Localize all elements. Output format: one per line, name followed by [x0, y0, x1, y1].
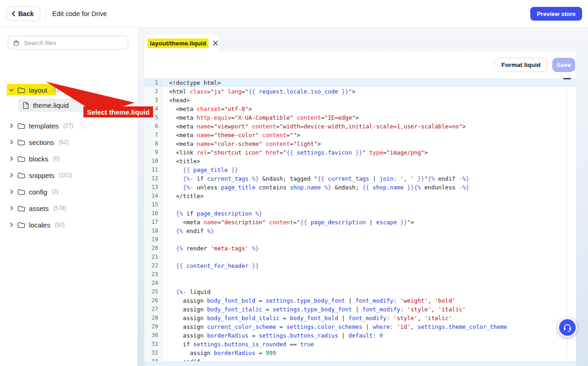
folder-icon	[17, 222, 25, 228]
page: Back Edit code for Drive Preview store	[0, 0, 588, 366]
chevron-right-icon[interactable]	[9, 140, 14, 144]
file-icon	[23, 102, 29, 109]
folder-count: (102)	[59, 172, 72, 178]
folder-count: (0)	[53, 155, 60, 162]
tab-label: layout/theme.liquid	[148, 39, 209, 48]
file-label: theme.liquid	[33, 102, 102, 109]
vertical-scrollbar-thumb[interactable]	[563, 78, 571, 79]
code-editor[interactable]: 1234567891011121314151617181920212223242…	[144, 78, 576, 366]
code-lines[interactable]: <!doctype html><html class="js" lang="{{…	[163, 78, 576, 366]
folder-label: blocks	[29, 155, 49, 163]
rename-icon[interactable]	[106, 102, 113, 109]
code-editor-panel: Format liquid Save 123456789101112131415…	[144, 51, 576, 366]
save-button[interactable]: Save	[552, 58, 575, 72]
folder-icon	[17, 87, 25, 94]
sidebar-folder-blocks[interactable]: blocks (0)	[0, 153, 137, 164]
chevron-right-icon[interactable]	[9, 173, 14, 177]
help-button[interactable]	[558, 318, 577, 337]
gutter: 1234567891011121314151617181920212223242…	[144, 78, 163, 366]
close-tab-icon[interactable]	[213, 40, 218, 46]
tab-layout-theme-liquid[interactable]: layout/theme.liquid	[144, 34, 219, 52]
chevron-right-icon[interactable]	[9, 156, 14, 161]
sidebar: layout (1) theme.liquid	[0, 28, 137, 366]
folder-label: layout	[29, 86, 47, 94]
folder-icon	[17, 205, 25, 212]
folder-icon	[17, 139, 25, 146]
back-button[interactable]: Back	[6, 6, 40, 21]
folder-label: sections	[29, 139, 54, 146]
folder-label: templates	[29, 122, 59, 130]
folder-label: config	[29, 188, 47, 196]
search-input[interactable]	[24, 39, 123, 46]
chevron-left-icon	[11, 11, 16, 17]
delete-icon[interactable]	[118, 102, 125, 109]
folder-count: (578)	[53, 205, 66, 211]
sidebar-folder-templates[interactable]: templates (27)	[0, 120, 137, 131]
folder-count: (1)	[52, 87, 59, 93]
folder-count: (27)	[63, 122, 73, 129]
folder-icon	[17, 189, 25, 195]
sidebar-folder-sections[interactable]: sections (52)	[0, 137, 137, 148]
search-icon	[13, 39, 20, 46]
back-label: Back	[18, 10, 33, 17]
folder-icon	[17, 155, 25, 162]
folder-label: snippets	[29, 172, 55, 179]
sidebar-folder-config[interactable]: config (2)	[0, 186, 137, 197]
search-files-box	[8, 36, 128, 50]
folder-label: assets	[29, 205, 49, 212]
folder-icon	[17, 122, 25, 129]
chevron-right-icon[interactable]	[9, 189, 14, 194]
folder-count: (2)	[52, 189, 59, 195]
sidebar-folder-locales[interactable]: locales (52)	[0, 219, 137, 230]
folder-count: (52)	[55, 222, 65, 228]
file-item-theme-liquid[interactable]: theme.liquid	[18, 99, 130, 112]
chevron-right-icon[interactable]	[9, 123, 14, 128]
format-liquid-button[interactable]: Format liquid	[494, 58, 549, 72]
sidebar-folder-layout[interactable]: layout (1)	[0, 84, 137, 95]
preview-store-button[interactable]: Preview store	[530, 7, 582, 21]
top-bar: Back Edit code for Drive Preview store	[0, 0, 588, 28]
horizontal-scrollbar[interactable]	[144, 361, 576, 366]
sidebar-folder-snippets[interactable]: snippets (102)	[0, 170, 137, 181]
folder-count: (52)	[59, 139, 68, 145]
headset-icon	[562, 322, 572, 333]
chevron-right-icon[interactable]	[9, 206, 14, 211]
sidebar-folder-assets[interactable]: assets (578)	[0, 203, 137, 214]
toolbar-divider	[546, 60, 546, 70]
page-title: Edit code for Drive	[52, 0, 107, 28]
chevron-down-icon[interactable]	[9, 89, 14, 92]
folder-label: locales	[29, 221, 50, 229]
topbar-divider	[45, 8, 46, 19]
chevron-right-icon[interactable]	[9, 222, 14, 227]
folder-icon	[17, 172, 25, 179]
